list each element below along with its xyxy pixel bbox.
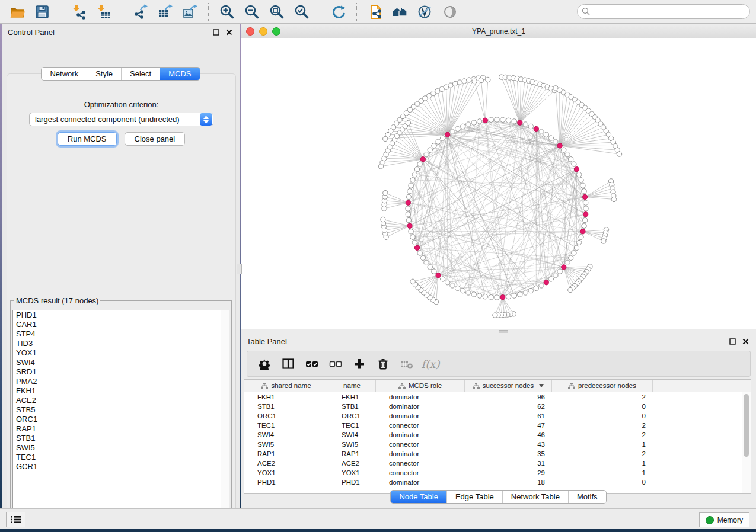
table-row[interactable]: TEC1TEC1connector472 (244, 421, 751, 430)
column-header-successor-nodes[interactable]: successor nodes (465, 380, 552, 392)
table-cell[interactable]: TEC1 (244, 422, 328, 429)
mcds-result-item[interactable]: YOX1 (13, 348, 229, 358)
tab-select[interactable]: Select (121, 68, 160, 80)
table-row[interactable]: YOX1YOX1connector291 (244, 468, 751, 477)
import-network-button[interactable] (68, 2, 90, 22)
table-cell[interactable]: YOX1 (244, 469, 328, 476)
hide-panel-button[interactable] (439, 2, 461, 22)
table-cell[interactable]: SWI4 (244, 431, 328, 438)
result-list-scrollbar[interactable] (221, 310, 229, 517)
mcds-result-list[interactable]: PHD1CAR1STP4TID3YOX1SWI4SRD1PMA2FKH1ACE2… (12, 310, 229, 517)
network-canvas[interactable] (241, 38, 756, 329)
optimization-criterion-select[interactable]: largest connected component (undirected) (29, 113, 213, 126)
vizmapper-button[interactable] (414, 2, 436, 22)
table-cell[interactable]: SWI5 (244, 441, 328, 448)
table-cell[interactable]: dominator (376, 479, 465, 486)
table-cell[interactable]: 35 (465, 450, 552, 457)
table-cell[interactable]: connector (376, 460, 465, 467)
float-table-panel-button[interactable] (728, 336, 737, 346)
table-cell[interactable]: RAP1 (328, 450, 376, 457)
split-panel-button[interactable] (278, 354, 298, 374)
table-cell[interactable]: dominator (376, 393, 465, 400)
table-cell[interactable]: 2 (552, 393, 653, 400)
column-header-predecessor-nodes[interactable]: predecessor nodes (552, 380, 653, 392)
table-cell[interactable]: 29 (465, 469, 552, 476)
table-cell[interactable]: dominator (376, 403, 465, 410)
table-cell[interactable]: SWI5 (328, 441, 376, 448)
tab-style[interactable]: Style (87, 68, 121, 80)
function-builder-button[interactable]: f(x) (420, 354, 441, 374)
mcds-result-item[interactable]: TID3 (13, 339, 229, 348)
table-row[interactable]: SWI4SWI4dominator462 (244, 430, 751, 440)
table-cell[interactable]: FKH1 (244, 393, 328, 400)
tab-mcds[interactable]: MCDS (160, 68, 199, 80)
close-panel-button[interactable]: Close panel (125, 132, 186, 146)
table-cell[interactable]: dominator (376, 450, 465, 457)
mcds-result-item[interactable]: STB1 (13, 434, 229, 443)
mcds-result-item[interactable]: SRD1 (13, 367, 229, 377)
table-cell[interactable]: 1 (552, 460, 653, 467)
mcds-result-item[interactable]: ACE2 (13, 396, 229, 405)
table-cell[interactable]: dominator (376, 412, 465, 419)
new-network-file-button[interactable] (365, 2, 386, 22)
tab-node-table[interactable]: Node Table (391, 491, 446, 503)
run-mcds-button[interactable]: Run MCDS (58, 132, 117, 146)
table-cell[interactable]: 62 (465, 403, 552, 410)
table-cell[interactable]: 96 (465, 393, 552, 400)
mcds-result-item[interactable]: PMA2 (13, 377, 229, 386)
zoom-fit-button[interactable] (266, 2, 288, 22)
zoom-selected-button[interactable] (291, 2, 312, 22)
import-table-button[interactable] (93, 2, 114, 22)
mcds-result-item[interactable]: PHD1 (13, 310, 229, 320)
select-all-button[interactable] (302, 354, 322, 374)
delete-column-button[interactable] (373, 354, 393, 374)
table-cell[interactable]: connector (376, 422, 465, 429)
table-cell[interactable]: dominator (376, 431, 465, 438)
table-cell[interactable]: 2 (552, 431, 653, 438)
minimize-window-icon[interactable] (259, 27, 267, 36)
table-row[interactable]: FKH1FKH1dominator962 (244, 392, 751, 402)
vertical-splitter-handle[interactable] (237, 264, 242, 274)
mcds-result-item[interactable]: FKH1 (13, 386, 229, 396)
table-row[interactable]: ACE2ACE2connector311 (244, 459, 751, 468)
table-cell[interactable]: 31 (465, 460, 552, 467)
table-cell[interactable]: 2 (552, 422, 653, 429)
column-header-MCDS-role[interactable]: MCDS role (376, 380, 465, 392)
table-cell[interactable]: ORC1 (244, 412, 328, 419)
export-table-button[interactable] (155, 2, 176, 22)
column-header-name[interactable]: name (328, 380, 376, 392)
table-cell[interactable]: 18 (465, 479, 552, 486)
table-cell[interactable]: 1 (552, 441, 653, 448)
table-row[interactable]: SWI5SWI5connector431 (244, 440, 751, 449)
table-cell[interactable]: TEC1 (328, 422, 376, 429)
search-input[interactable] (577, 4, 750, 19)
table-cell[interactable]: 46 (465, 431, 552, 438)
table-cell[interactable]: PHD1 (244, 479, 328, 486)
table-row[interactable]: ORC1ORC1dominator610 (244, 411, 751, 421)
table-cell[interactable]: connector (376, 441, 465, 448)
mcds-result-item[interactable]: TEC1 (13, 453, 229, 462)
table-row[interactable]: PHD1PHD1dominator180 (244, 477, 751, 487)
delete-table-button[interactable] (397, 354, 417, 374)
table-cell[interactable]: 61 (465, 412, 552, 419)
table-cell[interactable]: ACE2 (328, 460, 376, 467)
mcds-result-item[interactable]: STP4 (13, 329, 229, 339)
close-window-icon[interactable] (246, 27, 254, 36)
table-cell[interactable]: PHD1 (328, 479, 376, 486)
network-manager-button[interactable] (390, 2, 411, 22)
mcds-result-item[interactable]: STB5 (13, 405, 229, 415)
table-cell[interactable]: 47 (465, 422, 552, 429)
open-session-button[interactable] (7, 2, 28, 22)
table-cell[interactable]: connector (376, 469, 465, 476)
network-frame-titlebar[interactable]: YPA_prune.txt_1 (241, 25, 756, 39)
table-row[interactable]: STB1STB1dominator620 (244, 402, 751, 411)
table-cell[interactable]: 0 (552, 479, 653, 486)
memory-button[interactable]: Memory (699, 512, 749, 527)
gear-button[interactable] (254, 354, 275, 374)
table-cell[interactable]: 2 (552, 450, 653, 457)
export-image-button[interactable] (180, 2, 201, 22)
table-cell[interactable]: STB1 (328, 403, 376, 410)
table-cell[interactable]: ACE2 (244, 460, 328, 467)
close-table-panel-button[interactable] (741, 336, 750, 346)
zoom-out-button[interactable] (241, 2, 263, 22)
